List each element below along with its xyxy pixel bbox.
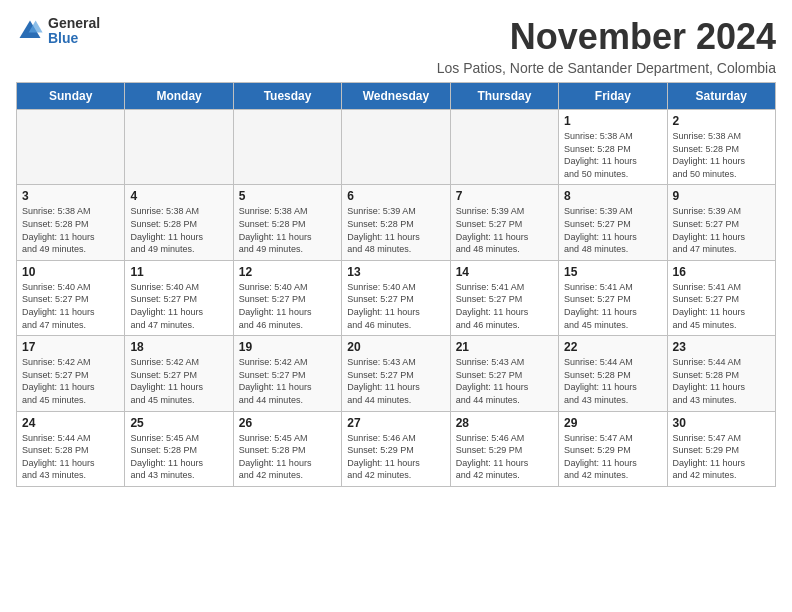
day-number: 29 <box>564 416 661 430</box>
day-info: Sunrise: 5:38 AM Sunset: 5:28 PM Dayligh… <box>130 205 227 255</box>
calendar-cell: 10Sunrise: 5:40 AM Sunset: 5:27 PM Dayli… <box>17 260 125 335</box>
day-number: 5 <box>239 189 336 203</box>
logo-icon <box>16 17 44 45</box>
day-number: 21 <box>456 340 553 354</box>
day-info: Sunrise: 5:47 AM Sunset: 5:29 PM Dayligh… <box>673 432 770 482</box>
calendar-cell: 13Sunrise: 5:40 AM Sunset: 5:27 PM Dayli… <box>342 260 450 335</box>
calendar-cell <box>233 110 341 185</box>
day-number: 13 <box>347 265 444 279</box>
calendar-cell: 19Sunrise: 5:42 AM Sunset: 5:27 PM Dayli… <box>233 336 341 411</box>
logo-general-text: General <box>48 16 100 31</box>
day-number: 30 <box>673 416 770 430</box>
location-title: Los Patios, Norte de Santander Departmen… <box>437 60 776 76</box>
day-number: 10 <box>22 265 119 279</box>
day-number: 4 <box>130 189 227 203</box>
header: General Blue November 2024 Los Patios, N… <box>16 16 776 76</box>
day-number: 24 <box>22 416 119 430</box>
day-info: Sunrise: 5:41 AM Sunset: 5:27 PM Dayligh… <box>456 281 553 331</box>
day-number: 25 <box>130 416 227 430</box>
calendar-week-row: 17Sunrise: 5:42 AM Sunset: 5:27 PM Dayli… <box>17 336 776 411</box>
day-number: 3 <box>22 189 119 203</box>
logo-text: General Blue <box>48 16 100 47</box>
calendar-week-row: 10Sunrise: 5:40 AM Sunset: 5:27 PM Dayli… <box>17 260 776 335</box>
day-number: 16 <box>673 265 770 279</box>
day-info: Sunrise: 5:39 AM Sunset: 5:27 PM Dayligh… <box>564 205 661 255</box>
day-info: Sunrise: 5:40 AM Sunset: 5:27 PM Dayligh… <box>22 281 119 331</box>
day-number: 23 <box>673 340 770 354</box>
calendar-cell: 28Sunrise: 5:46 AM Sunset: 5:29 PM Dayli… <box>450 411 558 486</box>
calendar-cell: 1Sunrise: 5:38 AM Sunset: 5:28 PM Daylig… <box>559 110 667 185</box>
day-info: Sunrise: 5:42 AM Sunset: 5:27 PM Dayligh… <box>22 356 119 406</box>
calendar-cell: 5Sunrise: 5:38 AM Sunset: 5:28 PM Daylig… <box>233 185 341 260</box>
day-number: 27 <box>347 416 444 430</box>
day-info: Sunrise: 5:38 AM Sunset: 5:28 PM Dayligh… <box>239 205 336 255</box>
day-info: Sunrise: 5:45 AM Sunset: 5:28 PM Dayligh… <box>130 432 227 482</box>
calendar-cell: 20Sunrise: 5:43 AM Sunset: 5:27 PM Dayli… <box>342 336 450 411</box>
day-number: 14 <box>456 265 553 279</box>
day-info: Sunrise: 5:38 AM Sunset: 5:28 PM Dayligh… <box>673 130 770 180</box>
day-number: 19 <box>239 340 336 354</box>
day-info: Sunrise: 5:41 AM Sunset: 5:27 PM Dayligh… <box>673 281 770 331</box>
calendar-cell <box>17 110 125 185</box>
day-info: Sunrise: 5:42 AM Sunset: 5:27 PM Dayligh… <box>130 356 227 406</box>
calendar-cell: 2Sunrise: 5:38 AM Sunset: 5:28 PM Daylig… <box>667 110 775 185</box>
calendar-cell: 11Sunrise: 5:40 AM Sunset: 5:27 PM Dayli… <box>125 260 233 335</box>
calendar-week-row: 24Sunrise: 5:44 AM Sunset: 5:28 PM Dayli… <box>17 411 776 486</box>
calendar-cell: 12Sunrise: 5:40 AM Sunset: 5:27 PM Dayli… <box>233 260 341 335</box>
day-number: 1 <box>564 114 661 128</box>
calendar-cell: 16Sunrise: 5:41 AM Sunset: 5:27 PM Dayli… <box>667 260 775 335</box>
day-info: Sunrise: 5:40 AM Sunset: 5:27 PM Dayligh… <box>130 281 227 331</box>
day-number: 20 <box>347 340 444 354</box>
day-number: 8 <box>564 189 661 203</box>
calendar-week-row: 3Sunrise: 5:38 AM Sunset: 5:28 PM Daylig… <box>17 185 776 260</box>
day-info: Sunrise: 5:44 AM Sunset: 5:28 PM Dayligh… <box>22 432 119 482</box>
weekday-header: Sunday <box>17 83 125 110</box>
title-area: November 2024 Los Patios, Norte de Santa… <box>437 16 776 76</box>
day-number: 7 <box>456 189 553 203</box>
day-number: 6 <box>347 189 444 203</box>
calendar-cell: 30Sunrise: 5:47 AM Sunset: 5:29 PM Dayli… <box>667 411 775 486</box>
day-number: 11 <box>130 265 227 279</box>
calendar-cell: 24Sunrise: 5:44 AM Sunset: 5:28 PM Dayli… <box>17 411 125 486</box>
calendar-table: SundayMondayTuesdayWednesdayThursdayFrid… <box>16 82 776 487</box>
day-info: Sunrise: 5:40 AM Sunset: 5:27 PM Dayligh… <box>347 281 444 331</box>
day-info: Sunrise: 5:41 AM Sunset: 5:27 PM Dayligh… <box>564 281 661 331</box>
calendar-cell: 18Sunrise: 5:42 AM Sunset: 5:27 PM Dayli… <box>125 336 233 411</box>
day-info: Sunrise: 5:46 AM Sunset: 5:29 PM Dayligh… <box>347 432 444 482</box>
day-number: 18 <box>130 340 227 354</box>
calendar-cell: 4Sunrise: 5:38 AM Sunset: 5:28 PM Daylig… <box>125 185 233 260</box>
weekday-header: Thursday <box>450 83 558 110</box>
day-info: Sunrise: 5:43 AM Sunset: 5:27 PM Dayligh… <box>456 356 553 406</box>
calendar-cell: 6Sunrise: 5:39 AM Sunset: 5:28 PM Daylig… <box>342 185 450 260</box>
calendar-cell: 21Sunrise: 5:43 AM Sunset: 5:27 PM Dayli… <box>450 336 558 411</box>
calendar-cell: 22Sunrise: 5:44 AM Sunset: 5:28 PM Dayli… <box>559 336 667 411</box>
weekday-header: Friday <box>559 83 667 110</box>
calendar-cell <box>450 110 558 185</box>
calendar-cell: 14Sunrise: 5:41 AM Sunset: 5:27 PM Dayli… <box>450 260 558 335</box>
calendar-cell <box>125 110 233 185</box>
weekday-header: Tuesday <box>233 83 341 110</box>
day-number: 12 <box>239 265 336 279</box>
day-info: Sunrise: 5:44 AM Sunset: 5:28 PM Dayligh… <box>673 356 770 406</box>
day-info: Sunrise: 5:46 AM Sunset: 5:29 PM Dayligh… <box>456 432 553 482</box>
day-number: 26 <box>239 416 336 430</box>
day-number: 22 <box>564 340 661 354</box>
logo-blue-text: Blue <box>48 31 100 46</box>
calendar-cell: 26Sunrise: 5:45 AM Sunset: 5:28 PM Dayli… <box>233 411 341 486</box>
calendar-cell: 15Sunrise: 5:41 AM Sunset: 5:27 PM Dayli… <box>559 260 667 335</box>
day-info: Sunrise: 5:47 AM Sunset: 5:29 PM Dayligh… <box>564 432 661 482</box>
day-number: 9 <box>673 189 770 203</box>
logo: General Blue <box>16 16 100 47</box>
day-info: Sunrise: 5:38 AM Sunset: 5:28 PM Dayligh… <box>22 205 119 255</box>
day-info: Sunrise: 5:45 AM Sunset: 5:28 PM Dayligh… <box>239 432 336 482</box>
weekday-header: Saturday <box>667 83 775 110</box>
day-info: Sunrise: 5:39 AM Sunset: 5:27 PM Dayligh… <box>673 205 770 255</box>
day-info: Sunrise: 5:44 AM Sunset: 5:28 PM Dayligh… <box>564 356 661 406</box>
calendar-cell: 23Sunrise: 5:44 AM Sunset: 5:28 PM Dayli… <box>667 336 775 411</box>
day-info: Sunrise: 5:42 AM Sunset: 5:27 PM Dayligh… <box>239 356 336 406</box>
calendar-cell: 7Sunrise: 5:39 AM Sunset: 5:27 PM Daylig… <box>450 185 558 260</box>
weekday-header-row: SundayMondayTuesdayWednesdayThursdayFrid… <box>17 83 776 110</box>
calendar-cell <box>342 110 450 185</box>
calendar-cell: 8Sunrise: 5:39 AM Sunset: 5:27 PM Daylig… <box>559 185 667 260</box>
calendar-cell: 25Sunrise: 5:45 AM Sunset: 5:28 PM Dayli… <box>125 411 233 486</box>
